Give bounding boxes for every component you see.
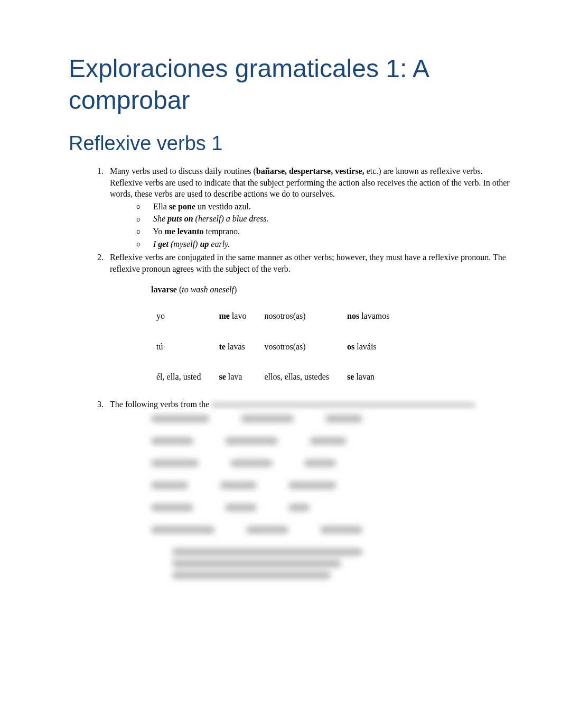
section-title: Reflexive verbs 1 bbox=[69, 132, 513, 155]
blurred-cell bbox=[310, 437, 347, 445]
subject-cell: vosotros(as) bbox=[259, 331, 342, 362]
blurred-cell bbox=[304, 459, 336, 467]
pronoun: se bbox=[219, 372, 226, 381]
blurred-row bbox=[151, 415, 513, 422]
blurred-row bbox=[151, 437, 513, 445]
blurred-cell bbox=[151, 526, 214, 533]
ex1-b: un vestido azul. bbox=[195, 202, 251, 211]
blurred-cell bbox=[225, 437, 278, 445]
blurred-cell bbox=[288, 482, 336, 489]
verb-form: laváis bbox=[354, 342, 376, 351]
ex4-bold-a: get bbox=[158, 239, 169, 248]
ex2-bold: puts on bbox=[167, 214, 193, 223]
ex1-a: Ella bbox=[153, 202, 169, 211]
blurred-cell bbox=[151, 482, 188, 489]
ex3-a: Yo bbox=[153, 227, 164, 236]
example-line: Ella se pone un vestido azul. bbox=[136, 201, 513, 213]
caption-bold: lavarse bbox=[151, 285, 177, 294]
blurred-row bbox=[151, 504, 513, 511]
blurred-paragraph bbox=[172, 548, 513, 579]
ex4-a: I bbox=[153, 239, 158, 248]
subject-cell: yo bbox=[151, 301, 213, 331]
blurred-cell bbox=[151, 504, 193, 511]
blurred-content bbox=[211, 402, 475, 408]
conjugation-table: yo me lavo nosotros(as) nos lavamos tú t… bbox=[151, 301, 403, 392]
blurred-row bbox=[151, 459, 513, 467]
list-item-2: Reflexive verbs are conjugated in the sa… bbox=[106, 252, 513, 392]
blurred-cell bbox=[220, 482, 257, 489]
ex3-bold: me levanto bbox=[164, 227, 203, 236]
ex4-b: early. bbox=[209, 239, 230, 248]
verb-form: lavas bbox=[226, 342, 245, 351]
list-item-1: Many verbs used to discuss daily routine… bbox=[106, 165, 513, 250]
ex1-bold: se pone bbox=[169, 202, 195, 211]
verb-form: lava bbox=[226, 372, 242, 381]
item1-bold-verbs: bañarse, despertarse, vestirse, bbox=[256, 167, 364, 176]
table-caption: lavarse (to wash oneself) bbox=[151, 284, 513, 296]
ex3-b: temprano. bbox=[204, 227, 240, 236]
blurred-cell bbox=[288, 504, 310, 511]
blurred-table bbox=[151, 415, 513, 579]
pronoun: me bbox=[219, 311, 229, 320]
ex2-a: She bbox=[153, 214, 167, 223]
blurred-cell bbox=[151, 415, 209, 422]
blurred-cell bbox=[325, 415, 362, 422]
verb-form: lavo bbox=[230, 311, 247, 320]
table-row: tú te lavas vosotros(as) os laváis bbox=[151, 331, 403, 362]
table-row: yo me lavo nosotros(as) nos lavamos bbox=[151, 301, 403, 331]
main-ordered-list: Many verbs used to discuss daily routine… bbox=[106, 165, 513, 579]
subject-cell: ellos, ellas, ustedes bbox=[259, 362, 342, 392]
subject-cell: tú bbox=[151, 331, 213, 362]
conjugation-cell: se lava bbox=[213, 362, 259, 392]
blurred-line bbox=[172, 548, 362, 556]
verb-form: lavamos bbox=[359, 311, 389, 320]
pronoun: te bbox=[219, 342, 225, 351]
blurred-cell bbox=[225, 504, 257, 511]
verb-form: lavan bbox=[354, 372, 375, 381]
item2-text: Reflexive verbs are conjugated in the sa… bbox=[110, 253, 506, 273]
conjugation-cell: nos lavamos bbox=[342, 301, 402, 331]
item1-intro-a: Many verbs used to discuss daily routine… bbox=[110, 167, 256, 176]
blurred-line bbox=[172, 560, 341, 567]
blurred-line bbox=[172, 572, 331, 579]
example-line: Yo me levanto temprano. bbox=[136, 226, 513, 237]
list-item-3: The following verbs from the bbox=[106, 399, 513, 579]
blurred-cell bbox=[246, 526, 288, 533]
subject-cell: él, ella, usted bbox=[151, 362, 213, 392]
example-line: I get (myself) up early. bbox=[136, 238, 513, 250]
blurred-cell bbox=[230, 459, 273, 467]
caption-close: ) bbox=[234, 285, 237, 294]
conjugation-cell: os laváis bbox=[342, 331, 402, 362]
table-row: él, ella, usted se lava ellos, ellas, us… bbox=[151, 362, 403, 392]
caption-paren: ( bbox=[177, 285, 182, 294]
example-line: She puts on (herself) a blue dress. bbox=[136, 213, 513, 225]
caption-italic: to wash oneself bbox=[182, 285, 234, 294]
blurred-cell bbox=[151, 437, 193, 445]
blurred-cell bbox=[151, 459, 199, 467]
ex2-b: (herself) a blue dress. bbox=[193, 214, 269, 223]
pronoun: nos bbox=[347, 311, 359, 320]
blurred-cell bbox=[241, 415, 294, 422]
ex4-bold-b: up bbox=[200, 239, 209, 248]
blurred-row bbox=[151, 482, 513, 489]
pronoun: os bbox=[347, 342, 354, 351]
blurred-row bbox=[151, 526, 513, 533]
subject-cell: nosotros(as) bbox=[259, 301, 342, 331]
conjugation-cell: me lavo bbox=[213, 301, 259, 331]
conjugation-cell: se lavan bbox=[342, 362, 402, 392]
item3-text: The following verbs from the bbox=[110, 400, 211, 409]
conjugation-cell: te lavas bbox=[213, 331, 259, 362]
example-sublist-1: Ella se pone un vestido azul. She puts o… bbox=[136, 201, 513, 250]
pronoun: se bbox=[347, 372, 354, 381]
page-title: Exploraciones gramaticales 1: A comproba… bbox=[69, 53, 513, 116]
blurred-cell bbox=[320, 526, 362, 533]
ex4-mid: (myself) bbox=[169, 239, 200, 248]
